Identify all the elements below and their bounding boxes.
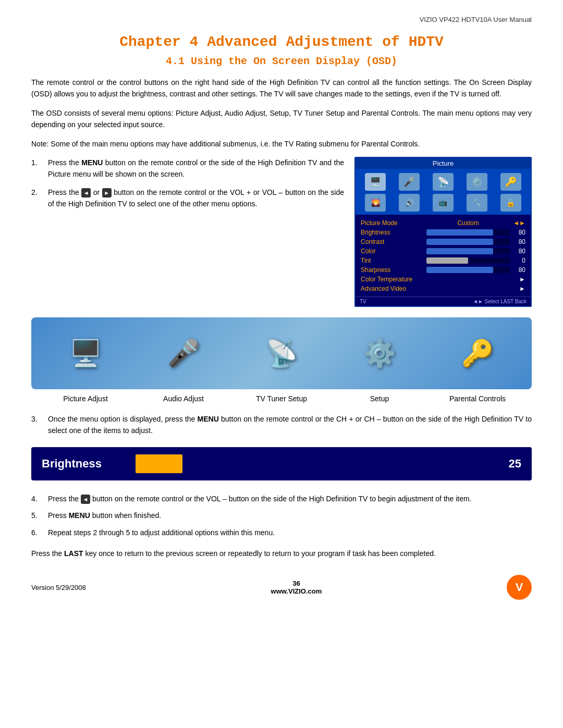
brightness-label: Brightness — [42, 457, 125, 471]
step5-menu-bold: MENU — [69, 511, 90, 520]
osd-menu-row-adv-video: Advanced Video ► — [361, 284, 525, 293]
osd-sub-icon-4: 🔧 — [467, 194, 487, 212]
step-num-5: 5. — [31, 510, 42, 521]
menu-label-setup: Setup — [338, 394, 421, 403]
left-btn-icon: ◄ — [81, 188, 91, 198]
osd-sharpness-value: 80 — [513, 266, 525, 274]
osd-color-bar — [426, 248, 493, 254]
osd-color-value: 80 — [513, 248, 525, 255]
osd-sharpness-label: Sharpness — [361, 266, 423, 274]
menu-icon-picture: 🖥️ — [44, 325, 127, 382]
osd-icons-row1: 🖥️ 🎤 📡 ⚙️ 🔑 — [356, 169, 531, 193]
right-btn-icon: ► — [102, 188, 112, 198]
step-text-6: Repeat steps 2 through 5 to adjust addit… — [48, 527, 532, 538]
menu-label-parental: Parental Controls — [436, 394, 519, 403]
osd-menu-row-color: Color 80 — [361, 246, 525, 256]
menu-icon-picture-img: 🖥️ — [69, 338, 102, 368]
footer-version: Version 5/29/2008 — [31, 584, 86, 591]
step-text-2: Press the ◄ or ► button on the remote co… — [48, 187, 344, 210]
osd-footer: TV ◄► Select LAST Back — [356, 297, 531, 306]
osd-color-temp-label: Color Temperature — [361, 276, 423, 283]
osd-menu-row-brightness: Brightness 80 — [361, 228, 525, 237]
brightness-bar: Brightness 25 — [31, 447, 532, 480]
steps-left: 1. Press the MENU button on the remote c… — [31, 157, 344, 216]
osd-footer-right: ◄► Select LAST Back — [473, 299, 527, 304]
osd-contrast-label: Contrast — [361, 238, 423, 245]
step-num-1: 1. — [31, 157, 42, 180]
osd-sharpness-bar-container — [426, 267, 510, 273]
osd-sub-icon-1: 🌄 — [365, 194, 386, 212]
section-title: 4.1 Using the On Screen Display (OSD) — [31, 55, 532, 67]
menu-icons-bar: 🖥️ 🎤 📡 ⚙️ 🔑 — [31, 317, 532, 389]
osd-sub-icon-2: 🔊 — [399, 194, 420, 212]
osd-icons-row2: 🌄 🔊 📺 🔧 🔒 — [356, 193, 531, 215]
intro-paragraph2: The OSD consists of several menu options… — [31, 107, 532, 131]
step-item-3: 3. Once the menu option is displayed, pr… — [31, 413, 532, 437]
lower-step-5: 5. Press MENU button when finished. — [31, 510, 532, 521]
vizio-logo: V — [507, 575, 532, 600]
intro-note: Note: Some of the main menu options may … — [31, 138, 532, 150]
osd-mode-label: Picture Mode — [361, 219, 423, 227]
osd-menu-row-contrast: Contrast 80 — [361, 237, 525, 246]
osd-sub-icon-5: 🔒 — [500, 194, 521, 212]
chapter-title: Chapter 4 Advanced Adjustment of HDTV — [31, 34, 532, 50]
osd-tint-value: 0 — [513, 257, 525, 264]
osd-mode-row: Picture Mode Custom ◄► — [361, 218, 525, 228]
step-text-3: Once the menu option is displayed, press… — [48, 413, 532, 437]
lower-step-4: 4. Press the ◄ button on the remote cont… — [31, 493, 532, 504]
step-num-6: 6. — [31, 527, 42, 538]
step4-btn-icon: ◄ — [81, 495, 90, 504]
osd-contrast-bar-container — [426, 239, 510, 245]
osd-brightness-bar — [426, 229, 493, 236]
footer: Version 5/29/2008 36 www.VIZIO.com V — [31, 575, 532, 600]
osd-icon-2: 🎤 — [399, 173, 420, 191]
press-last-text: Press the LAST key once to return to the… — [31, 548, 532, 559]
osd-color-bar-container — [426, 248, 510, 254]
menu-icons-section: 🖥️ 🎤 📡 ⚙️ 🔑 Picture Adjust Audio Adjust … — [31, 317, 532, 403]
menu-icon-parental: 🔑 — [436, 325, 519, 382]
step3-menu-bold: MENU — [198, 415, 219, 423]
step-item-2: 2. Press the ◄ or ► button on the remote… — [31, 187, 344, 210]
osd-tint-bar — [426, 257, 468, 264]
osd-screenshot: Picture 🖥️ 🎤 📡 ⚙️ 🔑 🌄 🔊 📺 🔧 🔒 — [354, 157, 532, 307]
menu-label-tv-tuner: TV Tuner Setup — [240, 394, 323, 403]
step-list: 1. Press the MENU button on the remote c… — [31, 157, 344, 210]
osd-brightness-bar-container — [426, 229, 510, 236]
step-text-5: Press MENU button when finished. — [48, 510, 532, 521]
osd-icon-4: ⚙️ — [467, 173, 487, 191]
brightness-yellow-block — [136, 454, 182, 473]
osd-icon-1: 🖥️ — [365, 173, 386, 191]
lower-steps: 4. Press the ◄ button on the remote cont… — [31, 493, 532, 538]
osd-tint-bar-container — [426, 257, 510, 264]
osd-contrast-bar — [426, 239, 493, 245]
menu-icon-setup: ⚙️ — [338, 325, 421, 382]
osd-sharpness-bar — [426, 267, 493, 273]
menu-label-picture: Picture Adjust — [44, 394, 127, 403]
osd-menu-row-color-temp: Color Temperature ► — [361, 275, 525, 284]
step-text-1: Press the MENU button on the remote cont… — [48, 157, 344, 180]
intro-paragraph1: The remote control or the control button… — [31, 77, 532, 100]
content-area: 1. Press the MENU button on the remote c… — [31, 157, 532, 307]
menu-icon-tv-tuner-img: 📡 — [265, 338, 298, 368]
manual-title: VIZIO VP422 HDTV10A User Manual — [31, 16, 532, 23]
lower-step-6: 6. Repeat steps 2 through 5 to adjust ad… — [31, 527, 532, 538]
menu-label-audio: Audio Adjust — [142, 394, 225, 403]
step-text-4: Press the ◄ button on the remote control… — [48, 493, 532, 504]
osd-menu: Picture Mode Custom ◄► Brightness 80 Con… — [356, 215, 531, 297]
step-num-2: 2. — [31, 187, 42, 210]
last-key-bold: LAST — [64, 549, 83, 558]
osd-brightness-value: 80 — [513, 229, 525, 236]
osd-footer-left: TV — [360, 299, 366, 304]
menu-icon-audio: 🎤 — [142, 325, 225, 382]
osd-icon-5: 🔑 — [500, 173, 521, 191]
menu-icon-tv-tuner: 📡 — [240, 325, 323, 382]
step1-menu-bold: MENU — [81, 158, 103, 167]
osd-adv-video-label: Advanced Video — [361, 285, 423, 292]
osd-color-label: Color — [361, 248, 423, 255]
osd-color-temp-arrow: ► — [513, 276, 525, 283]
osd-adv-video-arrow: ► — [513, 285, 525, 292]
footer-center: 36 www.VIZIO.com — [271, 579, 322, 595]
osd-screenshot-container: Picture 🖥️ 🎤 📡 ⚙️ 🔑 🌄 🔊 📺 🔧 🔒 — [354, 157, 532, 307]
footer-website: www.VIZIO.com — [271, 587, 322, 595]
step-item-1: 1. Press the MENU button on the remote c… — [31, 157, 344, 180]
